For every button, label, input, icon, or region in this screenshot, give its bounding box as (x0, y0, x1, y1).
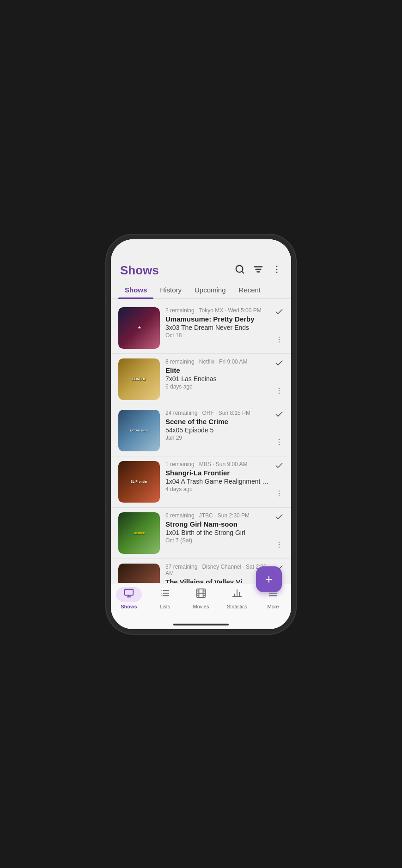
show-date: Oct 18 (165, 332, 269, 339)
nav-label-shows: Shows (121, 604, 137, 609)
item-more-icon[interactable] (275, 335, 283, 346)
svg-point-11 (279, 388, 280, 388)
svg-point-16 (279, 444, 280, 445)
show-meta: 2 remaining Tokyo MX · Wed 5:00 PM (165, 307, 269, 314)
svg-point-20 (279, 541, 280, 542)
top-icons (235, 264, 282, 277)
svg-line-1 (242, 271, 244, 273)
item-more-icon[interactable] (275, 540, 283, 551)
show-thumbnail[interactable]: TATORT KR52 (118, 410, 160, 451)
list-item: SONCHE 8 remaining Netflix · Fri 9:00 AM… (111, 353, 291, 405)
item-more-icon[interactable] (275, 387, 283, 397)
network: Tokyo MX · Wed 5:00 PM (199, 307, 262, 314)
list-item: Justice 6 remaining JTBC · Sun 2:30 PM S… (111, 507, 291, 558)
show-thumbnail[interactable]: SONCHE (118, 358, 160, 400)
tabs-bar: Shows History Upcoming Recent (111, 281, 291, 299)
screen: Shows (111, 239, 291, 629)
remaining-count: 8 remaining (165, 358, 195, 365)
svg-rect-23 (125, 589, 133, 595)
show-date: 6 days ago (165, 383, 269, 390)
nav-item-movies[interactable]: Movies (183, 587, 219, 609)
svg-point-5 (276, 266, 278, 267)
svg-point-9 (279, 339, 280, 340)
show-title: Strong Girl Nam-soon (165, 520, 269, 528)
watched-check-icon[interactable] (274, 410, 284, 421)
tab-upcoming[interactable]: Upcoming (188, 281, 232, 298)
svg-point-22 (279, 546, 280, 547)
show-thumbnail[interactable]: Justice (118, 512, 160, 554)
item-more-icon[interactable] (275, 438, 283, 449)
list-item: SL Frontier 1 remaining MBS · Sun 9:00 A… (111, 456, 291, 507)
statistics-icon (232, 588, 242, 601)
show-meta: 24 remaining ORF · Sun 8:15 PM (165, 410, 269, 416)
nav-icon-wrap-lists (152, 587, 178, 602)
list-item: TATORT KR52 24 remaining ORF · Sun 8:15 … (111, 405, 291, 456)
tab-history[interactable]: History (153, 281, 188, 298)
status-bar (111, 239, 291, 260)
watched-check-icon[interactable] (274, 461, 284, 473)
show-date: Oct 7 (Sat) (165, 537, 269, 544)
phone-frame: Shows (111, 239, 291, 629)
show-meta: 37 remaining Disney Channel · Sat 2:00 A… (165, 564, 269, 577)
show-thumbnail[interactable]: ★ (118, 307, 160, 349)
svg-point-6 (276, 268, 278, 270)
show-info: 6 remaining JTBC · Sun 2:30 PM Strong Gi… (165, 512, 269, 544)
watched-check-icon[interactable] (274, 358, 284, 370)
nav-label-statistics: Statistics (227, 604, 247, 609)
movies-icon (196, 588, 206, 601)
nav-icon-wrap-movies (188, 587, 214, 602)
show-actions (274, 512, 284, 551)
filter-icon[interactable] (253, 264, 263, 277)
app-title: Shows (120, 263, 159, 278)
search-icon[interactable] (235, 264, 245, 277)
nav-label-more: More (267, 604, 279, 609)
network: ORF · Sun 8:15 PM (202, 410, 250, 416)
show-thumbnail[interactable]: Disney (118, 564, 160, 583)
svg-point-15 (279, 441, 280, 442)
show-title: Scene of the Crime (165, 418, 269, 425)
show-info: 24 remaining ORF · Sun 8:15 PM Scene of … (165, 410, 269, 441)
svg-point-10 (279, 341, 280, 342)
svg-point-19 (279, 495, 280, 496)
svg-point-7 (276, 272, 278, 273)
show-episode: 3x03 The Dream Never Ends (165, 324, 269, 331)
svg-point-13 (279, 393, 280, 394)
overflow-menu-icon[interactable] (272, 264, 282, 277)
nav-item-shows[interactable]: Shows (111, 587, 147, 609)
remaining-count: 1 remaining (165, 461, 195, 467)
nav-item-lists[interactable]: Lists (147, 587, 183, 609)
show-meta: 1 remaining MBS · Sun 9:00 AM (165, 461, 269, 467)
svg-point-17 (279, 490, 280, 491)
add-show-fab[interactable]: + (256, 566, 282, 592)
show-info: 2 remaining Tokyo MX · Wed 5:00 PM Umamu… (165, 307, 269, 339)
tv-icon (124, 588, 134, 601)
show-date: 4 days ago (165, 486, 269, 492)
home-bar (173, 624, 229, 625)
show-episode: 54x05 Episode 5 (165, 426, 269, 434)
show-actions (274, 461, 284, 500)
nav-label-lists: Lists (160, 604, 171, 609)
watched-check-icon[interactable] (274, 307, 284, 319)
svg-point-18 (279, 492, 280, 493)
item-more-icon[interactable] (275, 489, 283, 500)
tab-recent[interactable]: Recent (232, 281, 268, 298)
remaining-count: 24 remaining (165, 410, 197, 416)
lists-icon (160, 588, 170, 601)
nav-item-statistics[interactable]: Statistics (219, 587, 255, 609)
watched-check-icon[interactable] (274, 512, 284, 524)
show-date: Jan 29 (165, 435, 269, 441)
show-episode: 7x01 Las Encinas (165, 375, 269, 382)
network: JTBC · Sun 2:30 PM (199, 512, 250, 519)
add-icon: + (265, 573, 273, 586)
nav-icon-wrap-statistics (224, 587, 250, 602)
svg-point-21 (279, 544, 280, 545)
show-info: 1 remaining MBS · Sun 9:00 AM Shangri-La… (165, 461, 269, 492)
tab-shows[interactable]: Shows (118, 281, 153, 298)
shows-list: ★ 2 remaining Tokyo MX · Wed 5:00 PM Uma… (111, 299, 291, 583)
top-bar: Shows (111, 260, 291, 281)
list-item: ★ 2 remaining Tokyo MX · Wed 5:00 PM Uma… (111, 303, 291, 353)
show-thumbnail[interactable]: SL Frontier (118, 461, 160, 503)
show-meta: 6 remaining JTBC · Sun 2:30 PM (165, 512, 269, 519)
show-title: Elite (165, 366, 269, 374)
show-actions (274, 410, 284, 449)
